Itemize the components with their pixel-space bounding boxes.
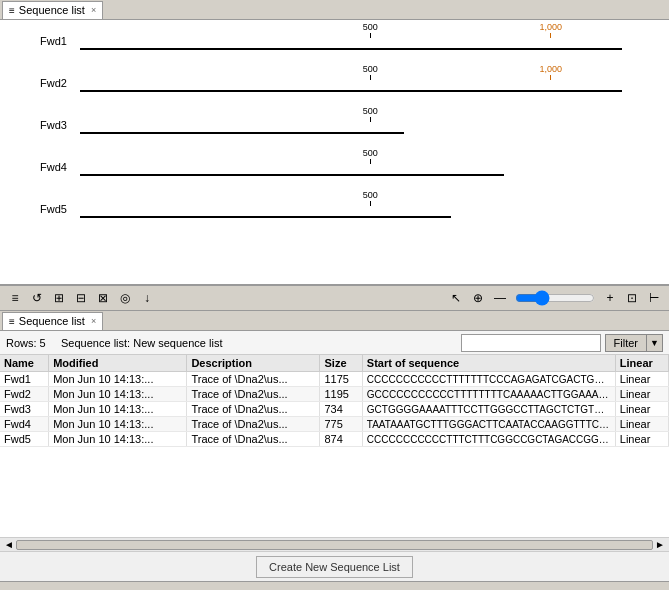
tick-Fwd3-500: 500 [363, 106, 378, 122]
cell-description: Trace of \Dna2\us... [187, 372, 320, 387]
seq-label-fwd1: Fwd1 [40, 35, 78, 47]
seq-label-fwd2: Fwd2 [40, 77, 78, 89]
seq-track-fwd4: 500 [80, 146, 669, 188]
create-sequence-list-btn[interactable]: Create New Sequence List [256, 556, 413, 578]
filter-input[interactable] [461, 334, 601, 352]
toolbar-btn-1[interactable]: ↺ [27, 288, 47, 308]
cell-linear: Linear [615, 372, 668, 387]
col-header-size: Size [320, 355, 362, 372]
zoom-slider[interactable] [515, 290, 595, 306]
zoom-minus-btn[interactable]: — [490, 288, 510, 308]
cell-start-of-sequence: CCCCCCCCCCCTTTCTTTCGGCCGCTAGACCGGGGCGCAG… [362, 432, 615, 447]
tick-Fwd1-500: 500 [363, 22, 378, 38]
cell-description: Trace of \Dna2\us... [187, 402, 320, 417]
scroll-left-btn[interactable]: ◄ [2, 539, 16, 550]
cell-start-of-sequence: CCCCCCCCCCCTTTTTTTCCCAGAGATCGACTGGACCCTA… [362, 372, 615, 387]
seq-label-fwd5: Fwd5 [40, 203, 78, 215]
bottom-btn-2[interactable]: ⊞ [49, 585, 69, 591]
h-scrollbar[interactable] [16, 540, 653, 550]
rows-count: Rows: 5 [6, 337, 46, 349]
seq-line-fwd5 [80, 216, 451, 218]
cell-linear: Linear [615, 387, 668, 402]
tick-Fwd2-500: 500 [363, 64, 378, 80]
cell-name: Fwd3 [0, 402, 49, 417]
toolbar-btn-4[interactable]: ⊠ [93, 288, 113, 308]
cell-size: 1195 [320, 387, 362, 402]
cell-linear: Linear [615, 402, 668, 417]
filter-dropdown-btn[interactable]: ▼ [647, 334, 663, 352]
bottom-btn-1[interactable]: ↺ [27, 585, 47, 591]
seq-row-fwd1: Fwd15001,000 [40, 20, 669, 62]
tab-close-btn[interactable]: × [91, 5, 96, 15]
cell-linear: Linear [615, 432, 668, 447]
ruler-area: Fwd15001,000Fwd25001,000Fwd3500Fwd4500Fw… [0, 20, 669, 285]
tab2-icon: ≡ [9, 316, 15, 327]
table-row[interactable]: Fwd1Mon Jun 10 14:13:...Trace of \Dna2\u… [0, 372, 669, 387]
bottom-btn-4[interactable]: ⊠ [93, 585, 113, 591]
toolbar-btn-6[interactable]: ↓ [137, 288, 157, 308]
bottom-btn-0[interactable]: ≡ [5, 585, 25, 591]
tab2-close-btn[interactable]: × [91, 316, 96, 326]
col-header-modified: Modified [49, 355, 187, 372]
cell-size: 775 [320, 417, 362, 432]
table-scroll-area[interactable]: NameModifiedDescriptionSizeStart of sequ… [0, 355, 669, 537]
scroll-right-btn[interactable]: ► [653, 539, 667, 550]
toolbar-right: ↖ ⊕ — + ⊡ ⊢ [445, 288, 665, 308]
seq-row-fwd5: Fwd5500 [40, 188, 669, 230]
cell-name: Fwd1 [0, 372, 49, 387]
toolbar-btn-5[interactable]: ◎ [115, 288, 135, 308]
cell-modified: Mon Jun 10 14:13:... [49, 417, 187, 432]
seq-row-fwd4: Fwd4500 [40, 146, 669, 188]
cell-name: Fwd5 [0, 432, 49, 447]
create-btn-bar: Create New Sequence List [0, 551, 669, 581]
table-panel: Rows: 5 Sequence list: New sequence list… [0, 331, 669, 551]
bottom-btn-6[interactable]: ↓ [137, 585, 157, 591]
cell-start-of-sequence: TAATAAATGCTTTGGGACTTCAATACCAAGGTTTCTGGGT… [362, 417, 615, 432]
tab-icon: ≡ [9, 5, 15, 16]
cursor-btn[interactable]: ↖ [446, 288, 466, 308]
col-header-description: Description [187, 355, 320, 372]
cell-description: Trace of \Dna2\us... [187, 417, 320, 432]
toolbar-btn-0[interactable]: ≡ [5, 288, 25, 308]
toolbar-btn-3[interactable]: ⊟ [71, 288, 91, 308]
seq-line-fwd4 [80, 174, 504, 176]
cell-modified: Mon Jun 10 14:13:... [49, 432, 187, 447]
table-header-bar: Rows: 5 Sequence list: New sequence list… [0, 331, 669, 355]
rows-info: Rows: 5 Sequence list: New sequence list [6, 337, 461, 349]
second-tab-bar: ≡ Sequence list × [0, 311, 669, 331]
table-row[interactable]: Fwd2Mon Jun 10 14:13:...Trace of \Dna2\u… [0, 387, 669, 402]
data-table: NameModifiedDescriptionSizeStart of sequ… [0, 355, 669, 447]
tab2-label: Sequence list [19, 315, 85, 327]
zoom-in-btn[interactable]: ⊕ [468, 288, 488, 308]
seq-track-fwd5: 500 [80, 188, 669, 230]
cell-start-of-sequence: GCCCCCCCCCCCTTTTTTTTCAAAAACTTGGAAAGTTTGC… [362, 387, 615, 402]
seq-line-fwd1 [80, 48, 622, 50]
bottom-btn-5[interactable]: ◎ [115, 585, 135, 591]
viewer-toolbar: ≡ ↺ ⊞ ⊟ ⊠ ◎ ↓ ↖ ⊕ — + ⊡ ⊢ [0, 285, 669, 311]
cell-modified: Mon Jun 10 14:13:... [49, 402, 187, 417]
sequence-list-tab2[interactable]: ≡ Sequence list × [2, 312, 103, 330]
seq-track-fwd3: 500 [80, 104, 669, 146]
bottom-btn-3[interactable]: ⊟ [71, 585, 91, 591]
seq-track-fwd2: 5001,000 [80, 62, 669, 104]
view-btn-1[interactable]: ⊡ [622, 288, 642, 308]
sequence-list-tab[interactable]: ≡ Sequence list × [2, 1, 103, 19]
tab-label: Sequence list [19, 4, 85, 16]
tick-Fwd2-1,000: 1,000 [539, 64, 562, 80]
table-row[interactable]: Fwd5Mon Jun 10 14:13:...Trace of \Dna2\u… [0, 432, 669, 447]
col-header-linear: Linear [615, 355, 668, 372]
table-row[interactable]: Fwd4Mon Jun 10 14:13:...Trace of \Dna2\u… [0, 417, 669, 432]
tick-Fwd1-1,000: 1,000 [539, 22, 562, 38]
toolbar-btn-2[interactable]: ⊞ [49, 288, 69, 308]
table-row[interactable]: Fwd3Mon Jun 10 14:13:...Trace of \Dna2\u… [0, 402, 669, 417]
tick-Fwd4-500: 500 [363, 148, 378, 164]
zoom-plus-btn[interactable]: + [600, 288, 620, 308]
view-btn-2[interactable]: ⊢ [644, 288, 664, 308]
cell-start-of-sequence: GCTGGGGAAAATTTCCTTGGGCCTTAGCTCTGTCCTGCAA… [362, 402, 615, 417]
top-tab-bar: ≡ Sequence list × [0, 0, 669, 20]
seq-row-fwd2: Fwd25001,000 [40, 62, 669, 104]
seq-line-fwd2 [80, 90, 622, 92]
filter-btn[interactable]: Filter [605, 334, 647, 352]
seq-label-fwd4: Fwd4 [40, 161, 78, 173]
bottom-toolbar: ≡ ↺ ⊞ ⊟ ⊠ ◎ ↓ [0, 581, 669, 590]
